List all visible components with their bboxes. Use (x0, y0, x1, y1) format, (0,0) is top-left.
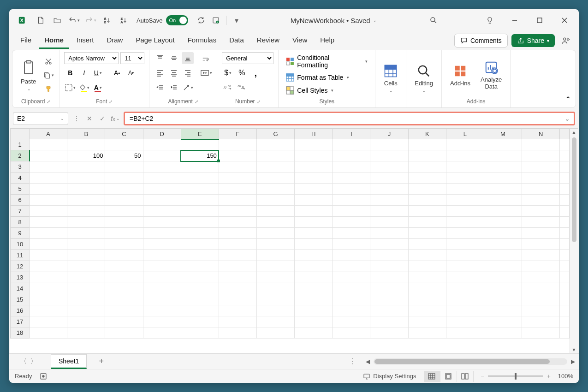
cell-E11[interactable] (181, 250, 219, 261)
cell-N8[interactable] (522, 217, 560, 228)
cell-B13[interactable] (67, 272, 105, 283)
close-button[interactable] (554, 13, 575, 28)
cell-N6[interactable] (522, 195, 560, 206)
cell-I11[interactable] (333, 250, 370, 261)
cell-J3[interactable] (370, 161, 408, 172)
cell-H16[interactable] (295, 305, 333, 316)
cell-D5[interactable] (143, 184, 181, 195)
vertical-scrollbar[interactable]: ▲ ▼ (570, 129, 578, 353)
analyze-data-button[interactable]: Analyze Data (477, 59, 505, 92)
cells-button[interactable]: Cells⌄ (380, 62, 401, 95)
row-header-9[interactable]: 9 (11, 228, 30, 239)
row-header-13[interactable]: 13 (11, 272, 30, 283)
column-header-B[interactable]: B (67, 129, 105, 139)
column-header-A[interactable]: A (30, 129, 67, 139)
cell-L9[interactable] (446, 228, 484, 239)
cell-L14[interactable] (446, 283, 484, 294)
paste-button[interactable]: Paste ⌄ (17, 58, 40, 93)
cell-N15[interactable] (522, 294, 560, 305)
cell-M13[interactable] (484, 272, 522, 283)
cell-N2[interactable] (522, 150, 560, 161)
cell-C15[interactable] (105, 294, 143, 305)
increase-indent-icon[interactable] (168, 82, 180, 94)
cell-C8[interactable] (105, 217, 143, 228)
cell-F18[interactable] (219, 327, 256, 339)
column-header-K[interactable]: K (408, 129, 446, 139)
cell-D15[interactable] (143, 294, 181, 305)
cell-F10[interactable] (219, 239, 256, 250)
share-button[interactable]: Share ▾ (511, 34, 555, 47)
cell-F2[interactable] (219, 150, 256, 161)
tab-insert[interactable]: Insert (71, 32, 100, 49)
dialog-launcher-icon[interactable]: ⤢ (195, 99, 198, 104)
cell-L15[interactable] (446, 294, 484, 305)
undo-button[interactable]: ▾ (66, 13, 81, 28)
cell-E8[interactable] (181, 217, 219, 228)
cell-K16[interactable] (408, 305, 446, 316)
tab-page-layout[interactable]: Page Layout (130, 32, 180, 49)
increase-decimal-icon[interactable]: .0.00 (222, 82, 234, 94)
cell-J9[interactable] (370, 228, 408, 239)
cell-I10[interactable] (333, 239, 370, 250)
dialog-launcher-icon[interactable]: ⤢ (109, 99, 113, 104)
cell-H18[interactable] (295, 327, 333, 339)
cell-D13[interactable] (143, 272, 181, 283)
search-icon[interactable] (423, 13, 444, 28)
cell-L16[interactable] (446, 305, 484, 316)
cell-L10[interactable] (446, 239, 484, 250)
addins-button[interactable]: Add-ins (446, 62, 474, 89)
autosave-control[interactable]: AutoSave On (137, 15, 188, 25)
cell-D10[interactable] (143, 239, 181, 250)
cell-M5[interactable] (484, 184, 522, 195)
sheet-tab-active[interactable]: Sheet1 (51, 354, 87, 369)
cell-M8[interactable] (484, 217, 522, 228)
new-file-icon[interactable] (33, 13, 48, 28)
formula-bar[interactable]: =B2+C2 ⌄ (124, 112, 575, 125)
next-sheet-icon[interactable]: 〉 (30, 357, 37, 366)
comma-icon[interactable]: , (249, 67, 261, 79)
add-sheet-button[interactable]: + (89, 356, 113, 366)
cell-N10[interactable] (522, 239, 560, 250)
cell-A18[interactable] (30, 327, 67, 339)
cell-C14[interactable] (105, 283, 143, 294)
cell-H5[interactable] (295, 184, 333, 195)
cell-B10[interactable] (67, 239, 105, 250)
cell-I4[interactable] (333, 172, 370, 184)
column-header-D[interactable]: D (143, 129, 181, 139)
cell-I6[interactable] (333, 195, 370, 206)
page-break-view-icon[interactable] (457, 371, 474, 382)
cut-icon[interactable] (42, 55, 54, 67)
cell-K6[interactable] (408, 195, 446, 206)
row-header-10[interactable]: 10 (11, 239, 30, 250)
sync-icon[interactable] (208, 13, 223, 28)
redo-button[interactable]: ▾ (83, 13, 98, 28)
cell-A7[interactable] (30, 206, 67, 217)
cell-I17[interactable] (333, 316, 370, 327)
cell-F3[interactable] (219, 161, 256, 172)
cell-G18[interactable] (257, 327, 295, 339)
row-header-18[interactable]: 18 (11, 327, 30, 339)
align-left-icon[interactable] (154, 67, 166, 79)
cell-N4[interactable] (522, 172, 560, 184)
cell-K10[interactable] (408, 239, 446, 250)
shrink-font-icon[interactable]: A▾ (125, 67, 137, 79)
cell-D17[interactable] (143, 316, 181, 327)
cell-H4[interactable] (295, 172, 333, 184)
cell-B12[interactable] (67, 261, 105, 272)
cell-M12[interactable] (484, 261, 522, 272)
autosave-toggle[interactable]: On (166, 15, 188, 25)
cell-E12[interactable] (181, 261, 219, 272)
cell-I3[interactable] (333, 161, 370, 172)
cell-A17[interactable] (30, 316, 67, 327)
scroll-down-icon[interactable]: ▼ (571, 346, 577, 353)
cell-L1[interactable] (446, 139, 484, 150)
cell-K7[interactable] (408, 206, 446, 217)
orientation-icon[interactable]: ▾ (182, 82, 194, 94)
name-box[interactable]: E2 ⌄ (13, 112, 68, 125)
cell-I18[interactable] (333, 327, 370, 339)
cell-H8[interactable] (295, 217, 333, 228)
cell-A12[interactable] (30, 261, 67, 272)
cell-H1[interactable] (295, 139, 333, 150)
row-header-6[interactable]: 6 (11, 195, 30, 206)
scrollbar-thumb[interactable] (572, 137, 576, 242)
